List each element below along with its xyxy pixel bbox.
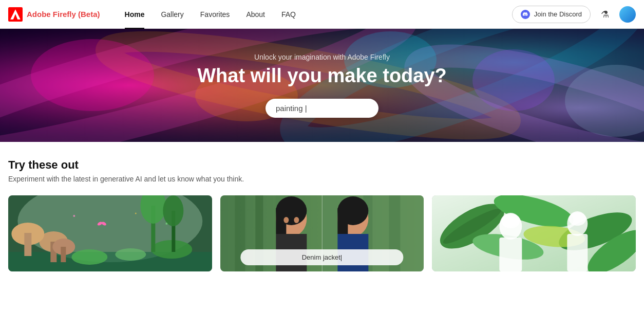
discord-icon (521, 10, 530, 19)
svg-rect-68 (567, 234, 588, 271)
main-nav: Home Gallery Favorites About FAQ (117, 0, 512, 29)
svg-rect-54 (337, 208, 348, 234)
adobe-logo-icon (8, 7, 23, 22)
nav-item-favorites[interactable]: Favorites (192, 0, 238, 29)
svg-rect-23 (61, 247, 66, 262)
svg-point-66 (502, 214, 520, 228)
card-1-image (8, 195, 212, 271)
svg-point-37 (165, 223, 167, 225)
section-description: Experiment with the latest in generative… (8, 175, 636, 183)
nav-item-about[interactable]: About (238, 0, 273, 29)
svg-point-27 (115, 248, 146, 261)
adobe-text: Adobe (27, 10, 51, 19)
svg-rect-25 (24, 233, 31, 256)
user-avatar[interactable] (619, 6, 636, 23)
svg-point-69 (569, 212, 586, 226)
card-3-image (432, 195, 636, 271)
svg-point-36 (135, 213, 137, 214)
logo-link[interactable]: Adobe Firefly (Beta) (8, 7, 100, 22)
nav-item-home[interactable]: Home (117, 0, 153, 29)
discord-btn-label: Join the Discord (534, 10, 582, 18)
svg-point-48 (283, 217, 289, 223)
app-name-label: Adobe Firefly (Beta) (27, 10, 100, 19)
nav-item-faq[interactable]: FAQ (273, 0, 304, 29)
card-2-input-wrap (240, 249, 403, 265)
hero-subtitle: Unlock your imagination with Adobe Firef… (254, 53, 390, 61)
hero-section: Unlock your imagination with Adobe Firef… (0, 29, 644, 142)
cards-grid (8, 195, 636, 271)
card-2-search-input[interactable] (240, 249, 403, 265)
svg-rect-65 (500, 238, 522, 271)
hero-title: What will you make today? (197, 65, 447, 87)
flask-icon[interactable]: ⚗ (597, 6, 613, 23)
card-portrait (220, 195, 424, 271)
main-content: Try these out Experiment with the latest… (0, 142, 644, 271)
discord-button[interactable]: Join the Discord (512, 6, 591, 23)
svg-point-32 (163, 195, 183, 226)
card-tropical (432, 195, 636, 271)
hero-search-input[interactable] (266, 99, 378, 118)
header-actions: Join the Discord ⚗ (512, 6, 636, 23)
app-header: Adobe Firefly (Beta) Home Gallery Favori… (0, 0, 644, 29)
nav-item-gallery[interactable]: Gallery (153, 0, 192, 29)
svg-point-49 (294, 217, 299, 223)
section-title: Try these out (8, 158, 636, 172)
svg-point-26 (71, 249, 107, 265)
svg-point-35 (73, 215, 75, 217)
card-fantasy-forest (8, 195, 212, 271)
hero-content: Unlock your imagination with Adobe Firef… (0, 29, 644, 142)
